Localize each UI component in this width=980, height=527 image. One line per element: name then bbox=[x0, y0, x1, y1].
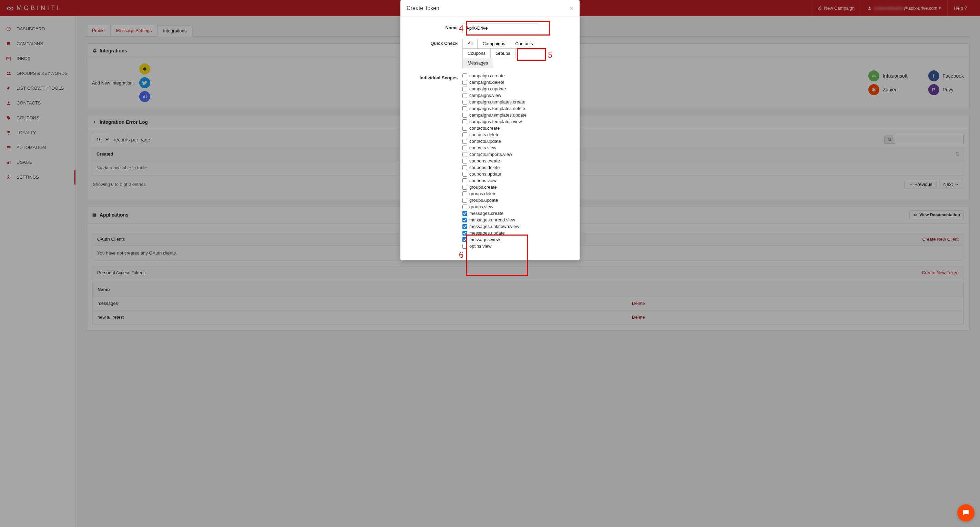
scope-campaigns-update[interactable]: campaigns.update bbox=[463, 86, 527, 91]
scope-checkbox[interactable] bbox=[463, 86, 467, 91]
scope-checkbox[interactable] bbox=[463, 93, 467, 98]
scope-checkbox[interactable] bbox=[463, 237, 467, 242]
token-name-input[interactable] bbox=[463, 23, 538, 33]
scope-checkbox[interactable] bbox=[463, 139, 467, 144]
scope-messages-view[interactable]: messages.view bbox=[463, 237, 527, 242]
scope-checkbox[interactable] bbox=[463, 106, 467, 111]
scope-campaigns-create[interactable]: campaigns.create bbox=[463, 73, 527, 78]
scope-coupons-delete[interactable]: coupons.delete bbox=[463, 165, 527, 170]
scope-campaigns-templates-update[interactable]: campaigns.templates.update bbox=[463, 112, 527, 118]
qc-campaigns[interactable]: Campaigns bbox=[477, 38, 510, 49]
scope-groups-update[interactable]: groups.update bbox=[463, 198, 527, 203]
scope-contacts-create[interactable]: contacts.create bbox=[463, 126, 527, 131]
scope-groups-create[interactable]: groups.create bbox=[463, 185, 527, 190]
name-label: Name bbox=[407, 23, 463, 30]
scope-contacts-delete[interactable]: contacts.delete bbox=[463, 132, 527, 137]
scope-contacts-imports-view[interactable]: contacts.imports.view bbox=[463, 152, 527, 157]
scope-checkbox[interactable] bbox=[463, 165, 467, 170]
scope-messages-create[interactable]: messages.create bbox=[463, 211, 527, 216]
scope-checkbox[interactable] bbox=[463, 152, 467, 157]
scope-checkbox[interactable] bbox=[463, 192, 467, 196]
scope-checkbox[interactable] bbox=[463, 159, 467, 163]
scope-checkbox[interactable] bbox=[463, 198, 467, 203]
scope-checkbox[interactable] bbox=[463, 133, 467, 137]
scopes-label: Individual Scopes bbox=[407, 73, 463, 80]
scope-checkbox[interactable] bbox=[463, 100, 467, 104]
scope-checkbox[interactable] bbox=[463, 218, 467, 222]
scope-messages-unknown-view[interactable]: messages.unknown.view bbox=[463, 224, 527, 229]
chat-widget[interactable] bbox=[957, 504, 975, 522]
scope-groups-delete[interactable]: groups.delete bbox=[463, 191, 527, 196]
scope-contacts-view[interactable]: contacts.view bbox=[463, 145, 527, 150]
scope-checkbox[interactable] bbox=[463, 119, 467, 124]
scope-coupons-create[interactable]: coupons.create bbox=[463, 158, 527, 163]
scope-messages-update[interactable]: messages.update bbox=[463, 230, 527, 236]
scope-coupons-update[interactable]: coupons.update bbox=[463, 171, 527, 177]
qc-coupons[interactable]: Coupons bbox=[463, 48, 491, 58]
scope-checkbox[interactable] bbox=[463, 185, 467, 190]
scope-campaigns-delete[interactable]: campaigns.delete bbox=[463, 80, 527, 85]
qc-contacts[interactable]: Contacts bbox=[510, 38, 538, 49]
scope-checkbox[interactable] bbox=[463, 178, 467, 183]
scope-contacts-update[interactable]: contacts.update bbox=[463, 139, 527, 144]
scope-checkbox[interactable] bbox=[463, 126, 467, 131]
scope-campaigns-view[interactable]: campaigns.view bbox=[463, 93, 527, 98]
modal-title: Create Token bbox=[407, 5, 439, 11]
qc-all[interactable]: All bbox=[463, 38, 477, 49]
scope-checkbox[interactable] bbox=[463, 80, 467, 85]
scope-checkbox[interactable] bbox=[463, 211, 467, 216]
close-icon[interactable]: × bbox=[569, 5, 573, 12]
scope-checkbox[interactable] bbox=[463, 113, 467, 118]
scope-campaigns-templates-create[interactable]: campaigns.templates.create bbox=[463, 99, 527, 104]
scope-optins-view[interactable]: optins.view bbox=[463, 243, 527, 249]
modal-overlay: Create Token × Name 4 Quick Check All Ca… bbox=[0, 0, 980, 527]
quickcheck-label: Quick Check bbox=[407, 38, 463, 46]
scope-campaigns-templates-delete[interactable]: campaigns.templates.delete bbox=[463, 106, 527, 111]
scope-checkbox[interactable] bbox=[463, 145, 467, 150]
scope-checkbox[interactable] bbox=[463, 73, 467, 78]
qc-messages[interactable]: Messages bbox=[463, 58, 493, 68]
scope-checkbox[interactable] bbox=[463, 204, 467, 209]
qc-groups[interactable]: Groups bbox=[490, 48, 515, 58]
scope-coupons-view[interactable]: coupons.view bbox=[463, 178, 527, 183]
scope-groups-view[interactable]: groups.view bbox=[463, 204, 527, 209]
scope-checkbox[interactable] bbox=[463, 172, 467, 177]
scope-messages-unread-view[interactable]: messages.unread.view bbox=[463, 217, 527, 222]
scope-campaigns-templates-view[interactable]: campaigns.templates.view bbox=[463, 119, 527, 124]
create-token-modal: Create Token × Name 4 Quick Check All Ca… bbox=[401, 0, 579, 260]
scope-checkbox[interactable] bbox=[463, 231, 467, 236]
scope-checkbox[interactable] bbox=[463, 244, 467, 249]
scope-checkbox[interactable] bbox=[463, 224, 467, 229]
